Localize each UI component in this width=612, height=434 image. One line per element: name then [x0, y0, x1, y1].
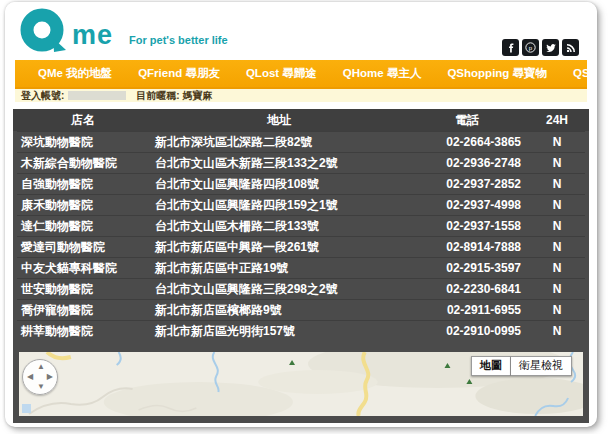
table-row[interactable]: 木新綜合動物醫院 台北市文山區木新路三段133之2號 02-2936-2748 … [17, 152, 585, 173]
nav-item-qfriend[interactable]: QFriend 尋朋友 [125, 66, 233, 81]
store-address-cell: 新北市新店區中興路一段261號 [155, 239, 403, 256]
store-name-cell: 耕莘動物醫院 [19, 323, 147, 340]
main-nav: QMe 我的地盤 QFriend 尋朋友 QLost 尋歸途 QHome 尋主人… [15, 60, 587, 89]
nav-item-qlost[interactable]: QLost 尋歸途 [233, 66, 330, 81]
store-phone-cell: 02-8914-7888 [411, 240, 523, 254]
store-24h-cell: N [531, 261, 583, 275]
table-row[interactable]: 喬伊寵物醫院 新北市新店區檳榔路9號 02-2911-6955 N [17, 299, 585, 320]
table-row[interactable]: 世安動物醫院 台北市文山區興隆路三段298之2號 02-2230-6841 N [17, 278, 585, 299]
map-view-button[interactable]: 地圖 [471, 356, 511, 376]
store-phone-cell: 02-2230-6841 [411, 282, 523, 296]
nav-item-qsignout[interactable]: QSign Out 登出 [560, 66, 597, 81]
store-24h-cell: N [531, 156, 583, 170]
store-address-cell: 台北市文山區興隆路四段159之1號 [155, 197, 403, 214]
table-header-row: 店名 地址 電話 24H [13, 109, 589, 131]
store-name-cell: 中友犬貓專科醫院 [19, 260, 147, 277]
store-name-cell: 自強動物醫院 [19, 176, 147, 193]
store-24h-cell: N [531, 240, 583, 254]
store-24h-cell: N [531, 219, 583, 233]
pan-left-icon[interactable]: ◀ [27, 373, 33, 381]
store-address-cell: 台北市文山區興隆路四段108號 [155, 176, 403, 193]
page-card: me For pet's better life p [5, 2, 597, 427]
header-24h: 24H [531, 113, 583, 127]
store-24h-cell: N [531, 303, 583, 317]
pan-up-icon[interactable]: ▲ [37, 363, 45, 371]
store-name-cell: 喬伊寵物醫院 [19, 302, 147, 319]
store-name-cell: 深坑動物醫院 [19, 134, 147, 151]
social-links: p [502, 39, 579, 56]
twitter-icon[interactable] [542, 39, 559, 56]
site-header: me For pet's better life p [5, 2, 597, 60]
q-logo-icon [19, 6, 71, 56]
nav-item-qshopping[interactable]: QShopping 尋寶物 [434, 66, 560, 81]
nav-item-qhome[interactable]: QHome 尋主人 [330, 66, 435, 81]
header-address: 地址 [155, 112, 403, 129]
map-canvas[interactable]: ▲ ▼ ◀ ▶ 地圖 衛星檢視 [19, 352, 583, 416]
account-name-redacted [68, 91, 126, 100]
store-phone-cell: 02-2915-3597 [411, 261, 523, 275]
pan-down-icon[interactable]: ▼ [37, 383, 45, 391]
table-row[interactable]: 中友犬貓專科醫院 新北市新店區中正路19號 02-2915-3597 N [17, 257, 585, 278]
table-row[interactable]: 康禾動物醫院 台北市文山區興隆路四段159之1號 02-2937-4998 N [17, 194, 585, 215]
facebook-icon[interactable] [502, 39, 519, 56]
store-24h-cell: N [531, 198, 583, 212]
store-phone-cell: 02-2936-2748 [411, 156, 523, 170]
table-row[interactable]: 深坑動物醫院 新北市深坑區北深路二段82號 02-2664-3865 N [17, 131, 585, 152]
login-account-label: 登入帳號: [21, 89, 64, 103]
store-address-cell: 台北市文山區木新路三段133之2號 [155, 155, 403, 172]
store-name-cell: 世安動物醫院 [19, 281, 147, 298]
store-phone-cell: 02-2937-2852 [411, 177, 523, 191]
logo-tagline: For pet's better life [129, 34, 228, 56]
store-name-cell: 康禾動物醫院 [19, 197, 147, 214]
rss-icon[interactable] [562, 39, 579, 56]
store-address-cell: 新北市深坑區北深路二段82號 [155, 134, 403, 151]
store-phone-cell: 02-2937-1558 [411, 219, 523, 233]
map-type-controls: 地圖 衛星檢視 [471, 356, 572, 376]
store-name-cell: 木新綜合動物醫院 [19, 155, 147, 172]
logo-me-text: me [72, 20, 113, 56]
pinterest-icon[interactable]: p [522, 39, 539, 56]
store-24h-cell: N [531, 135, 583, 149]
table-row[interactable]: 自強動物醫院 台北市文山區興隆路四段108號 02-2937-2852 N [17, 173, 585, 194]
table-row[interactable]: 達仁動物醫院 台北市文山區木柵路二段133號 02-2937-1558 N [17, 215, 585, 236]
pan-right-icon[interactable]: ▶ [47, 373, 53, 381]
store-name-cell: 愛達司動物醫院 [19, 239, 147, 256]
current-nickname: 目前暱稱: 媽寶麻 [136, 89, 212, 103]
store-24h-cell: N [531, 282, 583, 296]
table-row[interactable]: 愛達司動物醫院 新北市新店區中興路一段261號 02-8914-7888 N [17, 236, 585, 257]
results-panel: 店名 地址 電話 24H 深坑動物醫院 新北市深坑區北深路二段82號 02-26… [13, 109, 589, 423]
store-24h-cell: N [531, 324, 583, 338]
nav-item-qme[interactable]: QMe 我的地盤 [25, 66, 125, 81]
header-phone: 電話 [411, 112, 523, 129]
store-name-cell: 達仁動物醫院 [19, 218, 147, 235]
map-pan-control[interactable]: ▲ ▼ ◀ ▶ [22, 359, 58, 395]
header-store-name: 店名 [19, 112, 147, 129]
store-24h-cell: N [531, 177, 583, 191]
store-address-cell: 新北市新店區光明街157號 [155, 323, 403, 340]
store-phone-cell: 02-2910-0995 [411, 324, 523, 338]
svg-text:p: p [529, 45, 533, 51]
store-address-cell: 台北市文山區木柵路二段133號 [155, 218, 403, 235]
store-phone-cell: 02-2937-4998 [411, 198, 523, 212]
store-address-cell: 新北市新店區檳榔路9號 [155, 302, 403, 319]
store-address-cell: 新北市新店區中正路19號 [155, 260, 403, 277]
table-row[interactable]: 耕莘動物醫院 新北市新店區光明街157號 02-2910-0995 N [17, 320, 585, 341]
qme-logo[interactable]: me For pet's better life [19, 6, 228, 56]
store-phone-cell: 02-2664-3865 [411, 135, 523, 149]
store-phone-cell: 02-2911-6955 [411, 303, 523, 317]
login-status-bar: 登入帳號: 目前暱稱: 媽寶麻 [15, 89, 587, 102]
store-address-cell: 台北市文山區興隆路三段298之2號 [155, 281, 403, 298]
satellite-view-button[interactable]: 衛星檢視 [511, 356, 572, 376]
